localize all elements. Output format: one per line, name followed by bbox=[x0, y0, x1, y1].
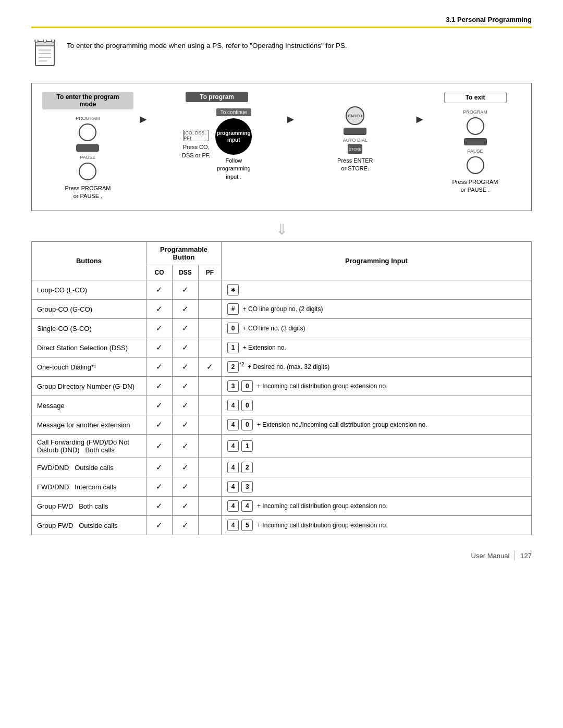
key-box-1: 2 bbox=[227, 361, 239, 373]
col-co: ✓ bbox=[146, 497, 173, 516]
table-row: Direct Station Selection (DSS)✓✓1 + Exte… bbox=[32, 338, 532, 357]
middle-flow: (CO, DSS, PF) Press CO,DSS or PF. To con… bbox=[153, 108, 281, 181]
diag-buttons-exit: PROGRAM PAUSE bbox=[463, 109, 487, 174]
col-pf bbox=[199, 516, 222, 535]
col-co: ✓ bbox=[146, 300, 173, 319]
prog-input-group: To continue programminginput Followprogr… bbox=[215, 108, 252, 181]
col-co: ✓ bbox=[146, 435, 173, 458]
program-label-exit: PROGRAM bbox=[463, 109, 487, 115]
col-header-pf: PF bbox=[199, 265, 222, 280]
col-pf: ✓ bbox=[199, 357, 222, 377]
prog-input: 0 + CO line no. (3 digits) bbox=[222, 319, 532, 338]
checkmark-co: ✓ bbox=[156, 285, 163, 294]
enter-btn-group: ENTER AUTO DIAL STORE bbox=[343, 106, 368, 154]
col-dss: ✓ bbox=[173, 477, 199, 497]
header-title: 3.1 Personal Programming bbox=[446, 16, 532, 23]
checkmark-dss: ✓ bbox=[182, 463, 189, 472]
checkmark-dss: ✓ bbox=[182, 401, 189, 410]
caption-2-1: Press CO,DSS or PF. bbox=[182, 143, 210, 159]
programming-input-box: programminginput bbox=[215, 118, 252, 155]
prog-input: 3 0 + Incoming call distribution group e… bbox=[222, 377, 532, 396]
svg-point-7 bbox=[43, 40, 46, 42]
checkmark-dss: ✓ bbox=[182, 420, 189, 429]
diag-section-enter: To enter the program mode PROGRAM PAUSE … bbox=[42, 92, 133, 200]
col-dss: ✓ bbox=[173, 280, 199, 300]
table-row: Loop-CO (L-CO)✓✓∗ bbox=[32, 280, 532, 300]
key-box-2: 2 bbox=[241, 462, 253, 473]
note-text: To enter the programming mode when using… bbox=[67, 39, 347, 51]
button-name: Loop-CO (L-CO) bbox=[32, 280, 146, 300]
footer-bar: User Manual 127 bbox=[31, 551, 532, 560]
col-co: ✓ bbox=[146, 280, 173, 300]
table-row: FWD/DND Intercom calls✓✓4 3 bbox=[32, 477, 532, 497]
prog-input: 4 0 + Extension no./Incoming call distri… bbox=[222, 415, 532, 435]
note-section: To enter the programming mode when using… bbox=[31, 39, 532, 71]
col-header-prog-button: ProgrammableButton bbox=[146, 242, 222, 265]
svg-point-8 bbox=[52, 40, 55, 42]
key-box-2: 5 bbox=[241, 520, 253, 531]
col-co: ✓ bbox=[146, 415, 173, 435]
on-btn-2 bbox=[344, 128, 366, 135]
prog-input: # + CO line group no. (2 digits) bbox=[222, 300, 532, 319]
key-box-1: 1 bbox=[227, 342, 239, 353]
program-label-1: PROGRAM bbox=[76, 116, 100, 121]
col-header-buttons: Buttons bbox=[32, 242, 146, 280]
to-continue-container: (CO, DSS, PF) Press CO,DSS or PF. To con… bbox=[153, 108, 281, 181]
superscript: *2 bbox=[239, 362, 244, 367]
col-co: ✓ bbox=[146, 319, 173, 338]
checkmark-co: ✓ bbox=[156, 381, 163, 390]
col-pf bbox=[199, 435, 222, 458]
pause-label-1: PAUSE bbox=[80, 155, 96, 161]
enter-circle: ENTER bbox=[346, 106, 364, 125]
on-btn-exit bbox=[464, 138, 487, 145]
caption-4: Press PROGRAMor PAUSE . bbox=[452, 178, 498, 194]
col-dss: ✓ bbox=[173, 497, 199, 516]
col-co: ✓ bbox=[146, 458, 173, 477]
col-co: ✓ bbox=[146, 396, 173, 415]
prog-input: 4 1 bbox=[222, 435, 532, 458]
col-dss: ✓ bbox=[173, 319, 199, 338]
table-row: Group-CO (G-CO)✓✓# + CO line group no. (… bbox=[32, 300, 532, 319]
key-box-2: 3 bbox=[241, 481, 253, 492]
col-pf bbox=[199, 477, 222, 497]
col-co: ✓ bbox=[146, 477, 173, 497]
table-row: One-touch Dialing*¹✓✓✓2*2 + Desired no. … bbox=[32, 357, 532, 377]
key-box-1: 4 bbox=[227, 520, 239, 531]
checkmark-dss: ✓ bbox=[182, 362, 189, 371]
caption-2-2: Followprogramminginput . bbox=[217, 157, 251, 181]
checkmark-co: ✓ bbox=[156, 501, 163, 510]
footer-page: 127 bbox=[520, 552, 532, 560]
down-arrow: ⇓ bbox=[31, 223, 532, 237]
prog-input: 4 4 + Incoming call distribution group e… bbox=[222, 497, 532, 516]
pause-btn-exit bbox=[467, 156, 484, 174]
col-dss: ✓ bbox=[173, 396, 199, 415]
col-pf bbox=[199, 458, 222, 477]
checkmark-co: ✓ bbox=[156, 420, 163, 429]
button-name: Single-CO (S-CO) bbox=[32, 319, 146, 338]
button-name: Group FWD Both calls bbox=[32, 497, 146, 516]
diagram-inner: To enter the program mode PROGRAM PAUSE … bbox=[42, 92, 521, 200]
table-row: Message for another extension✓✓4 0 + Ext… bbox=[32, 415, 532, 435]
col-pf bbox=[199, 338, 222, 357]
key-box-1: 4 bbox=[227, 419, 239, 430]
diag-label-exit: To exit bbox=[444, 92, 507, 103]
col-dss: ✓ bbox=[173, 458, 199, 477]
key-box-1: 4 bbox=[227, 440, 239, 452]
button-name: Group-CO (G-CO) bbox=[32, 300, 146, 319]
prog-button-label: ProgrammableButton bbox=[160, 245, 207, 261]
program-btn-1 bbox=[79, 124, 96, 141]
col-co: ✓ bbox=[146, 516, 173, 535]
col-pf bbox=[199, 300, 222, 319]
checkmark-dss: ✓ bbox=[182, 521, 189, 529]
pause-btn-1 bbox=[79, 163, 96, 180]
button-name: Call Forwarding (FWD)/Do Not Disturb (DN… bbox=[32, 435, 146, 458]
checkmark-co: ✓ bbox=[156, 482, 163, 491]
diag-buttons-1: PROGRAM PAUSE bbox=[76, 116, 100, 180]
button-name: FWD/DND Intercom calls bbox=[32, 477, 146, 497]
col-pf bbox=[199, 280, 222, 300]
checkmark-co: ✓ bbox=[156, 521, 163, 529]
button-name: Group Directory Number (G-DN) bbox=[32, 377, 146, 396]
footer-label: User Manual bbox=[471, 552, 510, 560]
table-row: Group Directory Number (G-DN)✓✓3 0 + Inc… bbox=[32, 377, 532, 396]
col-pf bbox=[199, 377, 222, 396]
